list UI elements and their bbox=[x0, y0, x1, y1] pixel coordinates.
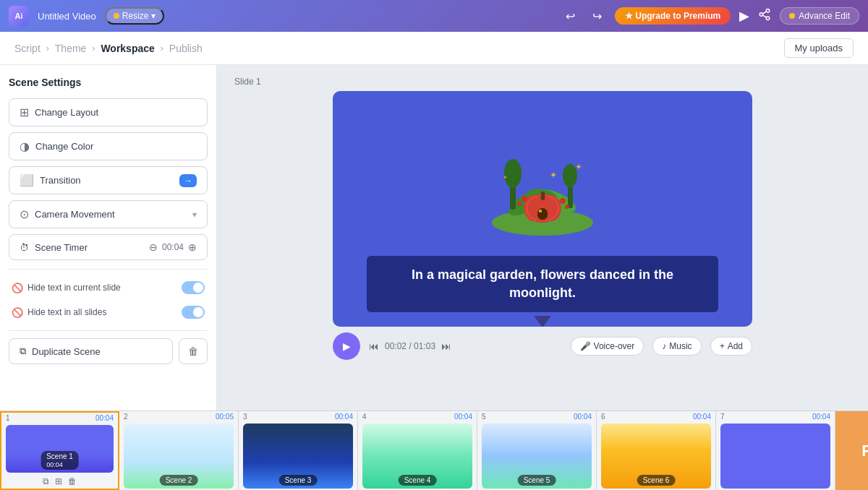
logo-text: Ai bbox=[15, 12, 23, 20]
music-label: Music bbox=[669, 341, 692, 351]
step-forward-button[interactable]: ⏭ bbox=[441, 340, 451, 352]
canvas-area: Slide 1 bbox=[217, 65, 868, 411]
preview-play-button[interactable]: ▶ bbox=[739, 8, 749, 24]
scene-name-badge-4: Scene 4 bbox=[399, 475, 437, 486]
scene-grid-btn-1[interactable]: ⊞ bbox=[55, 476, 62, 486]
add-button[interactable]: + Add bbox=[710, 337, 752, 356]
share-button[interactable] bbox=[758, 8, 771, 24]
breadcrumb-script[interactable]: Script bbox=[14, 43, 41, 54]
scene-thumb-6: Scene 6 bbox=[601, 424, 711, 489]
playback-bar: ▶ ⏮ 00:02 / 01:03 ⏭ 🎤 Voice-over ♪ Music bbox=[333, 332, 752, 360]
scene-time-6: 00:04 bbox=[693, 413, 711, 421]
slide-text-overlay: In a magical garden, flowers danced in t… bbox=[367, 256, 718, 312]
transition-button[interactable]: ⬜ Transition → bbox=[9, 166, 208, 194]
duplicate-icon: ⧉ bbox=[20, 345, 26, 357]
breadcrumb-bar: Script › Theme › Workspace › Publish My … bbox=[0, 32, 868, 65]
camera-movement-button[interactable]: ⊙ Camera Movement ▾ bbox=[9, 200, 208, 228]
eye-off-icon-2: 🚫 bbox=[12, 307, 23, 318]
voiceover-label: Voice-over bbox=[594, 341, 635, 351]
timeline-scene-5[interactable]: 5 00:04 Scene 5 bbox=[477, 411, 597, 490]
current-time: 00:02 bbox=[385, 341, 407, 351]
hide-text-all-toggle[interactable] bbox=[182, 306, 205, 319]
mic-icon: 🎤 bbox=[580, 341, 591, 351]
scene-delete-btn-1[interactable]: 🗑 bbox=[68, 476, 77, 486]
scene-time-4: 00:04 bbox=[454, 413, 472, 421]
resize-button[interactable]: Resize ▾ bbox=[105, 7, 165, 25]
play-controls: ⏮ 00:02 / 01:03 ⏭ bbox=[369, 340, 451, 352]
scene-time-1: 00:04 bbox=[95, 414, 114, 422]
timeline-scene-4[interactable]: 4 00:04 Scene 4 bbox=[358, 411, 477, 490]
sidebar-divider-1 bbox=[9, 269, 208, 270]
timeline-scene-1[interactable]: 1 00:04 Scene 100:04 ⧉ ⊞ 🗑 bbox=[0, 411, 119, 490]
camera-movement-label: Camera Movement bbox=[35, 209, 187, 220]
change-color-button[interactable]: ◑ Change Color bbox=[9, 132, 208, 160]
breadcrumb-theme[interactable]: Theme bbox=[55, 43, 87, 54]
breadcrumb-publish[interactable]: Publish bbox=[169, 43, 203, 54]
camera-icon: ⊙ bbox=[20, 207, 29, 221]
hide-text-current-label: 🚫 Hide text in current slide bbox=[12, 283, 121, 293]
timeline-scene-6[interactable]: 6 00:04 Scene 6 bbox=[597, 411, 716, 490]
delete-scene-button[interactable]: 🗑 bbox=[179, 338, 208, 364]
change-layout-label: Change Layout bbox=[35, 107, 197, 118]
timer-value: 00:04 bbox=[162, 242, 184, 252]
music-button[interactable]: ♪ Music bbox=[652, 337, 701, 356]
upgrade-button[interactable]: Upgrade to Premium bbox=[615, 7, 731, 25]
trash-icon: 🗑 bbox=[188, 345, 198, 357]
play-button[interactable]: ▶ bbox=[333, 332, 360, 360]
camera-chevron-icon: ▾ bbox=[192, 210, 197, 220]
timer-controls: ⊖ 00:04 ⊕ bbox=[149, 241, 197, 253]
timer-icon: ⏱ bbox=[20, 242, 29, 253]
scene-header-4: 4 00:04 bbox=[358, 411, 477, 422]
scene-timer-label: ⏱ Scene Timer bbox=[20, 242, 88, 253]
scene-timer-row: ⏱ Scene Timer ⊖ 00:04 ⊕ bbox=[9, 234, 208, 260]
publish-tile[interactable]: Publish bbox=[835, 411, 868, 490]
app-logo: Ai bbox=[9, 6, 29, 26]
svg-point-23 bbox=[565, 205, 569, 209]
music-icon: ♪ bbox=[662, 341, 666, 351]
svg-text:✦: ✦ bbox=[575, 162, 582, 172]
app-title: Untitled Video bbox=[38, 11, 96, 22]
scene-header-6: 6 00:04 bbox=[597, 411, 715, 422]
transition-label: Transition bbox=[40, 175, 174, 186]
color-circle-icon: ◑ bbox=[20, 139, 30, 153]
svg-rect-17 bbox=[537, 208, 548, 220]
scene-thumb-3: Scene 3 bbox=[243, 424, 353, 489]
advance-edit-button[interactable]: Advance Edit bbox=[780, 7, 859, 25]
timeline-scene-2[interactable]: 2 00:05 Scene 2 bbox=[119, 411, 239, 490]
scene-num-1: 1 bbox=[6, 414, 10, 422]
timeline-scene-3[interactable]: 3 00:04 Scene 3 bbox=[239, 411, 358, 490]
scene-name-badge-3: Scene 3 bbox=[279, 475, 318, 486]
timer-decrease-button[interactable]: ⊖ bbox=[149, 241, 158, 253]
svg-point-1 bbox=[760, 13, 764, 17]
redo-button[interactable]: ↪ bbox=[588, 7, 606, 26]
svg-point-20 bbox=[522, 196, 527, 202]
svg-point-21 bbox=[517, 202, 522, 206]
svg-rect-18 bbox=[539, 210, 542, 212]
breadcrumb-workspace[interactable]: Workspace bbox=[101, 43, 154, 54]
hide-text-current-toggle[interactable] bbox=[182, 281, 205, 294]
svg-point-22 bbox=[560, 198, 566, 204]
scene-time-5: 00:04 bbox=[574, 413, 592, 421]
duplicate-scene-button[interactable]: ⧉ Duplicate Scene bbox=[9, 338, 173, 364]
voiceover-button[interactable]: 🎤 Voice-over bbox=[571, 337, 644, 356]
sidebar-title: Scene Settings bbox=[9, 77, 208, 88]
duplicate-row: ⧉ Duplicate Scene 🗑 bbox=[9, 338, 208, 364]
slide-canvas: ✦ ✦ In a magical garden, flowers danced … bbox=[333, 91, 752, 327]
svg-rect-19 bbox=[541, 192, 545, 200]
svg-line-3 bbox=[763, 15, 767, 17]
scene-num-4: 4 bbox=[362, 413, 367, 421]
breadcrumb-sep-3: › bbox=[161, 43, 163, 53]
timer-increase-button[interactable]: ⊕ bbox=[188, 241, 197, 253]
my-uploads-button[interactable]: My uploads bbox=[784, 38, 854, 58]
duplicate-label: Duplicate Scene bbox=[32, 346, 101, 357]
scene-copy-btn-1[interactable]: ⧉ bbox=[43, 476, 49, 486]
scene-num-3: 3 bbox=[243, 413, 247, 421]
step-back-button[interactable]: ⏮ bbox=[369, 340, 379, 352]
change-layout-button[interactable]: ⊞ Change Layout bbox=[9, 98, 208, 126]
scene-thumb-1: Scene 100:04 bbox=[6, 425, 114, 473]
scene-header-7: 7 00:04 bbox=[716, 411, 835, 422]
undo-button[interactable]: ↩ bbox=[561, 7, 579, 26]
timeline-scene-7[interactable]: 7 00:04 bbox=[716, 411, 835, 490]
svg-point-2 bbox=[767, 17, 770, 20]
main-layout: Scene Settings ⊞ Change Layout ◑ Change … bbox=[0, 65, 868, 411]
